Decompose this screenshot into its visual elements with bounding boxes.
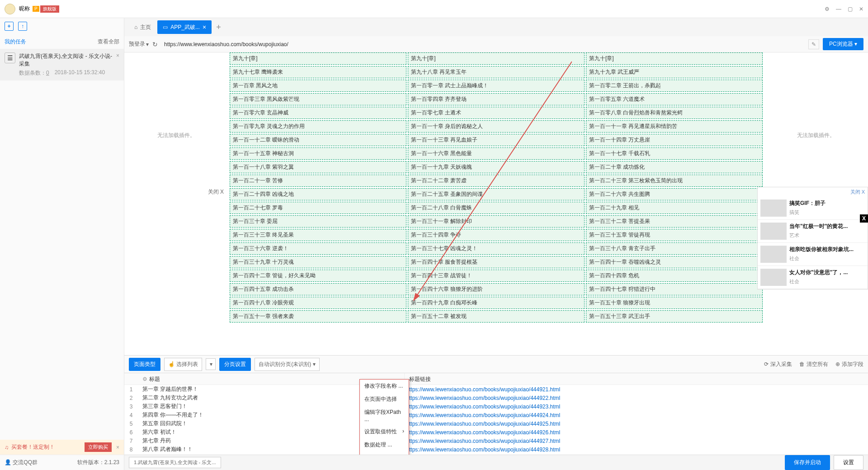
chapter-link[interactable]: 第一百一十一章 再见遭星辰和情韵苦 xyxy=(586,120,763,133)
chapter-link[interactable]: 第一百三十二章 菩提圣果 xyxy=(586,215,763,228)
chapter-link[interactable]: 第一百二十二章 萧苦虚 xyxy=(408,175,585,187)
chapter-link[interactable]: 第一百一十三章 再见血娘子 xyxy=(408,134,585,146)
chapter-link[interactable]: 第一百零一章 武士上品巅峰成！ xyxy=(408,80,585,92)
chapter-link[interactable]: 第一百三十八章 青玄子出手 xyxy=(586,242,763,255)
save-and-start-button[interactable]: 保存并启动 xyxy=(785,455,830,470)
chapter-link[interactable]: 第一百三十章 委屈 xyxy=(230,215,406,228)
chapter-link[interactable]: 第一百一十六章 黑色能量 xyxy=(408,147,585,160)
context-menu-item[interactable]: 在页面中选择 xyxy=(360,393,409,406)
ad-item[interactable]: 当年"红极一时"的黄花...艺术 xyxy=(758,220,868,243)
chapter-link[interactable]: 第一百零三章 黑风敛紫芒现 xyxy=(230,93,406,105)
ad-item[interactable]: 搞笑GIF：胆子搞笑 xyxy=(758,197,868,220)
chapter-link[interactable]: 第一百零四章 齐齐登场 xyxy=(408,93,585,105)
task-item[interactable]: ☰ 武破九霄(苍泉天),全文阅读 - 乐文小说-采集 数据条数：0 2018-1… xyxy=(0,49,124,81)
chapter-link[interactable]: 第一百二十章 成功炼化 xyxy=(586,161,763,173)
auto-page-dropdown[interactable]: 自动识别分页(未识别) ▾ xyxy=(255,358,319,371)
chapter-link[interactable]: 第一百零九章 灵魂之力的作用 xyxy=(230,120,406,133)
url-input[interactable]: https://www.lewenxiaoshuo.com/books/wupo… xyxy=(161,41,805,47)
page-type-button[interactable]: 页面类型 xyxy=(129,358,160,371)
row-link[interactable]: ttps://www.lewenxiaoshuo.com/books/wupoj… xyxy=(405,421,868,427)
chapter-link[interactable]: 第一百二十四章 凶魂之地 xyxy=(230,188,406,200)
footer-tab[interactable]: 1.武破九霄(苍泉天),全文阅读 - 乐文... xyxy=(129,457,221,468)
chapter-link[interactable]: 第一百五十章 狼獠牙出现 xyxy=(586,297,763,309)
chapter-link[interactable]: 第一百三十一章 解除封印 xyxy=(408,215,585,228)
task-close-icon[interactable]: × xyxy=(116,52,119,77)
chapter-link[interactable]: 第一百四十二章 管徒，好久未见呦 xyxy=(230,270,406,282)
chapter-link[interactable]: 第一百一十四章 万丈悬崖 xyxy=(586,134,763,146)
table-row[interactable]: 7第七章 丹药ttps://www.lewenxiaoshuo.com/book… xyxy=(124,437,868,445)
chapter-link[interactable]: 第九十七章 鹰蜂袭来 xyxy=(230,66,406,78)
chapter-link[interactable]: 第九十八章 再见常玉年 xyxy=(408,66,585,78)
chapter-link[interactable]: 第一百四十一章 吞噬凶魂之灵 xyxy=(586,256,763,268)
chapter-link[interactable]: 第一百一十九章 天妖魂魄 xyxy=(408,161,585,173)
chapter-link[interactable]: 第一百零五章 六道魔术 xyxy=(586,93,763,105)
chapter-link[interactable]: 第一百章 黑风之地 xyxy=(230,80,406,92)
context-menu-item[interactable]: 不得为空 xyxy=(360,451,409,455)
chapter-link[interactable]: 第一百零八章 白骨烈焰兽和青熬紫光鳄 xyxy=(586,107,763,119)
gear-icon[interactable]: ⚙ xyxy=(142,376,147,382)
chapter-link[interactable]: 第一百四十八章 冷眼旁观 xyxy=(230,297,406,309)
table-row[interactable]: 4第四章 你——不用走了！ttps://www.lewenxiaoshuo.co… xyxy=(124,411,868,419)
chapter-link[interactable]: 第一百三十七章 凶魂之灵！ xyxy=(408,242,585,255)
edit-icon[interactable]: ✎ xyxy=(808,39,819,49)
import-task-icon[interactable]: ↑ xyxy=(18,22,27,31)
chapter-link[interactable]: 第九十[章] xyxy=(408,52,585,65)
left-close-link[interactable]: 关闭 X xyxy=(208,188,224,196)
my-tasks-label[interactable]: 我的任务 xyxy=(5,38,26,46)
chapter-link[interactable]: 第一百三十四章 争夺 xyxy=(408,229,585,241)
row-link[interactable]: ttps://www.lewenxiaoshuo.com/books/wupoj… xyxy=(405,386,868,393)
new-task-icon[interactable]: + xyxy=(5,22,14,31)
chapter-link[interactable]: 第一百一十七章 千载石乳 xyxy=(586,147,763,160)
tab-active[interactable]: ▭APP_武破...× xyxy=(157,20,212,34)
chapter-link[interactable]: 第一百四十四章 危机 xyxy=(586,270,763,282)
chapter-link[interactable]: 第一百四十六章 狼獠牙的进阶 xyxy=(408,283,585,295)
chapter-link[interactable]: 第一百三十九章 十万灵魂 xyxy=(230,256,406,268)
ad-item[interactable]: 女人对你"没意思"了，...社会 xyxy=(758,266,868,289)
table-row[interactable]: 6第六章 初试！ttps://www.lewenxiaoshuo.com/boo… xyxy=(124,428,868,437)
deep-collect-link[interactable]: ⟳深入采集 xyxy=(764,361,792,368)
chapter-link[interactable]: 第一百四十章 服食菩提根茎 xyxy=(408,256,585,268)
view-all-link[interactable]: 查看全部 xyxy=(98,38,119,46)
chapter-link[interactable]: 第一百零七章 土遁术 xyxy=(408,107,585,119)
row-link[interactable]: ttps://www.lewenxiaoshuo.com/books/wupoj… xyxy=(405,412,868,418)
chapter-link[interactable]: 第一百五十二章 被发现 xyxy=(408,310,585,323)
chapter-link[interactable]: 第一百一十二章 暧昧的滑动 xyxy=(230,134,406,146)
table-row[interactable]: 8第八章 武者巅峰！！ttps://www.lewenxiaoshuo.com/… xyxy=(124,445,868,454)
select-list-arrow[interactable]: ▾ xyxy=(206,358,216,370)
add-field-link[interactable]: ⊕添加字段 xyxy=(835,361,863,368)
qq-group-link[interactable]: 👤 交流QQ群 xyxy=(5,459,38,466)
context-menu-item[interactable]: 设置取值特性› xyxy=(360,425,409,438)
chapter-link[interactable]: 第一百一十章 身后的诡秘之人 xyxy=(408,120,585,133)
chapter-link[interactable]: 第九十[章] xyxy=(586,52,763,65)
ad-item[interactable]: 相亲吃饭你被相亲对象坑...社会 xyxy=(758,243,868,266)
buy-now-button[interactable]: 立即购买 xyxy=(85,442,112,452)
chapter-link[interactable]: 第九十[章] xyxy=(230,52,406,65)
tab-add-icon[interactable]: + xyxy=(212,23,225,32)
avatar[interactable] xyxy=(5,4,15,14)
clear-all-link[interactable]: 🗑清空所有 xyxy=(799,361,828,368)
col-link[interactable]: 标题链接 xyxy=(405,373,868,385)
prelogin-dropdown[interactable]: 预登录▾ xyxy=(129,40,149,48)
minimize-icon[interactable]: — xyxy=(836,6,841,12)
table-row[interactable]: 1第一章 穿越后的世界！ttps://www.lewenxiaoshuo.com… xyxy=(124,385,868,394)
chapter-link[interactable]: 第一百三十六章 逆袭！ xyxy=(230,242,406,255)
context-menu-item[interactable]: 编辑字段XPath ... xyxy=(360,406,409,425)
row-link[interactable]: ttps://www.lewenxiaoshuo.com/books/wupoj… xyxy=(405,395,868,401)
ads-x-button[interactable]: X xyxy=(860,214,868,223)
chapter-link[interactable]: 第一百三十五章 管徒再现 xyxy=(586,229,763,241)
settings-button[interactable]: 设置 xyxy=(834,455,863,470)
context-menu-item[interactable]: 修改字段名称 ... xyxy=(360,380,409,393)
chapter-link[interactable]: 第一百二十七章 罗毒 xyxy=(230,202,406,214)
chapter-link[interactable]: 第一百三十三章 终见圣果 xyxy=(230,229,406,241)
chapter-link[interactable]: 第一百四十九章 白痴邓长峰 xyxy=(408,297,585,309)
chapter-link[interactable]: 第一百二十五章 圣象国的间谍 xyxy=(408,188,585,200)
chapter-link[interactable]: 第一百五十三章 武王出手 xyxy=(586,310,763,323)
chapter-link[interactable]: 第一百二十三章 第三枚紫色玉简的出现 xyxy=(586,175,763,187)
table-row[interactable]: 3第三章 恶客登门！ttps://www.lewenxiaoshuo.com/b… xyxy=(124,402,868,411)
chapter-link[interactable]: 第一百二十六章 共生图腾 xyxy=(586,188,763,200)
chapter-link[interactable]: 第一百二十九章 相见 xyxy=(586,202,763,214)
select-list-dropdown[interactable]: ☝ 选择列表 xyxy=(164,358,202,371)
chapter-link[interactable]: 第一百一十五章 神秘古洞 xyxy=(230,147,406,160)
context-menu-item[interactable]: 数据处理 ... xyxy=(360,438,409,451)
reload-icon[interactable]: ↻ xyxy=(152,41,158,48)
